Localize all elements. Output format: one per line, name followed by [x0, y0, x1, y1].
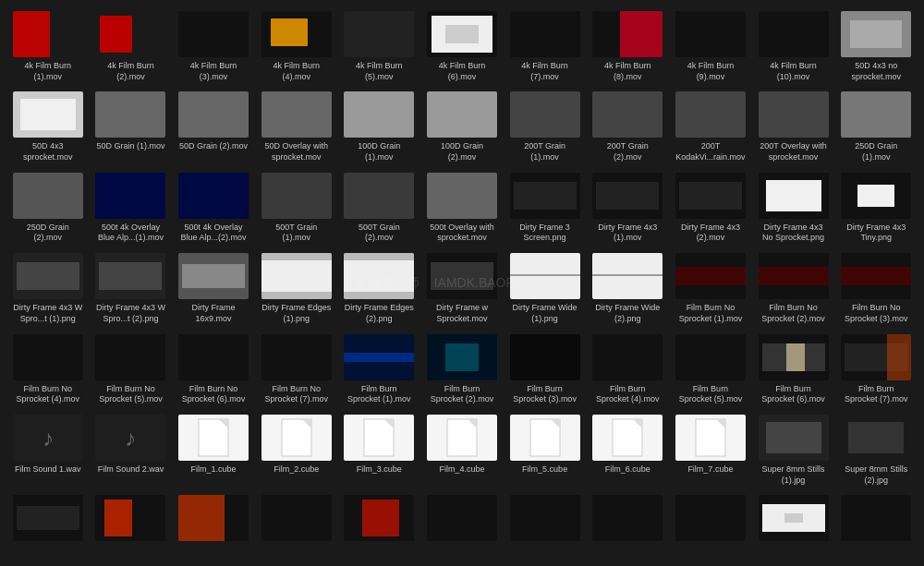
file-item-1[interactable]: 4k Film Burn (1).mov: [7, 7, 89, 86]
file-item-73[interactable]: [505, 491, 586, 548]
file-label: 500t Overlay with sprocket.mov: [427, 223, 497, 244]
file-item-54[interactable]: Film Burn Sprocket (6).mov: [753, 331, 834, 409]
file-item-60[interactable]: Film_3.cube: [339, 411, 420, 489]
file-item-48[interactable]: Film Burn No Sprocket (7).mov: [256, 331, 337, 409]
file-item-15[interactable]: 50D Overlay with sprocket.mov: [256, 88, 337, 166]
file-item-21[interactable]: 200T Overlay with sprocket.mov: [753, 88, 834, 166]
file-item-52[interactable]: Film Burn Sprocket (4).mov: [587, 331, 668, 409]
file-item-30[interactable]: Dirty Frame 4x3 (1).mov: [587, 169, 668, 247]
file-item-9[interactable]: 4k Film Burn (9).mov: [670, 7, 751, 86]
file-item-57[interactable]: ♪Film Sound 2.wav: [91, 411, 172, 489]
file-label: Dirty Frame 4x3 (2).mov: [675, 223, 746, 244]
file-item-37[interactable]: Dirty Frame Edges (1).png: [256, 249, 337, 328]
file-thumbnail: [178, 415, 249, 461]
file-item-8[interactable]: 4k Film Burn (8).mov: [587, 7, 668, 86]
file-item-45[interactable]: Film Burn No Sprocket (4).mov: [7, 331, 89, 409]
file-item-18[interactable]: 200T Grain (1).mov: [505, 88, 586, 166]
file-item-43[interactable]: Film Burn No Sprocket (2).mov: [753, 249, 834, 328]
file-item-20[interactable]: 200T KodakVi...rain.mov: [670, 88, 751, 166]
file-item-49[interactable]: Film Burn Sprocket (1).mov: [339, 331, 420, 409]
svg-rect-27: [675, 91, 746, 138]
file-item-56[interactable]: ♪Film Sound 1.wav: [7, 411, 89, 489]
file-item-46[interactable]: Film Burn No Sprocket (5).mov: [91, 331, 172, 409]
file-item-50[interactable]: Film Burn Sprocket (2).mov: [421, 331, 503, 409]
file-item-75[interactable]: [670, 491, 751, 548]
file-item-74[interactable]: [587, 491, 668, 548]
file-item-25[interactable]: 500t 4k Overlay Blue Alp...(2).mov: [173, 169, 254, 247]
svg-rect-171: [530, 419, 560, 456]
file-thumbnail: [510, 91, 580, 138]
file-item-17[interactable]: 100D Grain (2).mov: [421, 88, 503, 166]
svg-rect-3: [100, 16, 132, 53]
file-item-42[interactable]: Film Burn No Sprocket (1).mov: [670, 249, 751, 328]
file-item-65[interactable]: Super 8mm Stills (1).jpg: [753, 411, 834, 489]
file-item-34[interactable]: Dirty Frame 4x3 W Spro...t (1).png: [7, 249, 89, 328]
file-item-68[interactable]: [91, 491, 172, 548]
file-item-41[interactable]: Dirty Frame Wide (2).png: [587, 249, 668, 328]
file-item-26[interactable]: 500T Grain (1).mov: [256, 169, 337, 247]
file-item-11[interactable]: 50D 4x3 no sprocket.mov: [835, 7, 917, 86]
file-item-71[interactable]: [339, 491, 420, 548]
file-item-63[interactable]: Film_6.cube: [587, 411, 668, 489]
svg-rect-13: [620, 11, 663, 57]
file-item-31[interactable]: Dirty Frame 4x3 (2).mov: [670, 169, 751, 247]
file-thumbnail: [427, 173, 497, 219]
file-item-58[interactable]: Film_1.cube: [173, 411, 254, 489]
file-item-70[interactable]: [256, 491, 337, 548]
file-label: 4k Film Burn (3).mov: [178, 61, 249, 82]
file-item-44[interactable]: Film Burn No Sprocket (3).mov: [835, 249, 917, 328]
svg-rect-26: [592, 91, 663, 138]
file-item-35[interactable]: Dirty Frame 4x3 W Spro...t (2).png: [91, 249, 172, 328]
svg-rect-197: [261, 495, 332, 541]
file-label: 250D Grain (1).mov: [841, 141, 911, 163]
svg-rect-14: [675, 11, 746, 57]
file-item-53[interactable]: Film Burn Sprocket (5).mov: [670, 331, 751, 409]
svg-rect-207: [841, 495, 911, 541]
file-item-23[interactable]: 250D Grain (2).mov: [7, 169, 89, 247]
file-item-7[interactable]: 4k Film Burn (7).mov: [505, 7, 586, 86]
file-item-40[interactable]: Dirty Frame Wide (1).png: [505, 249, 586, 328]
file-item-62[interactable]: Film_5.cube: [505, 411, 586, 489]
file-item-47[interactable]: Film Burn No Sprocket (6).mov: [173, 331, 254, 409]
file-item-59[interactable]: Film_2.cube: [256, 411, 337, 489]
svg-rect-162: [282, 419, 311, 456]
file-item-28[interactable]: 500t Overlay with sprocket.mov: [421, 169, 503, 247]
file-item-13[interactable]: 50D Grain (1).mov: [91, 88, 172, 166]
file-item-12[interactable]: 50D 4x3 sprocket.mov: [7, 88, 89, 166]
svg-rect-17: [850, 20, 902, 48]
file-item-38[interactable]: Dirty Frame Edges (2).png: [339, 249, 420, 328]
file-item-3[interactable]: 4k Film Burn (3).mov: [173, 7, 254, 86]
file-item-67[interactable]: [7, 491, 89, 548]
file-item-24[interactable]: 500t 4k Overlay Blue Alp...(1).mov: [91, 169, 172, 247]
file-item-2[interactable]: 4k Film Burn (2).mov: [91, 7, 172, 86]
file-thumbnail: [592, 173, 663, 219]
file-item-69[interactable]: [173, 491, 254, 548]
file-item-64[interactable]: Film_7.cube: [670, 411, 751, 489]
file-item-33[interactable]: Dirty Frame 4x3 Tiny.png: [835, 169, 917, 247]
file-item-77[interactable]: [835, 491, 917, 548]
file-item-51[interactable]: Film Burn Sprocket (3).mov: [505, 331, 586, 409]
svg-rect-194: [104, 500, 132, 536]
file-item-10[interactable]: 4k Film Burn (10).mov: [753, 7, 834, 86]
file-item-55[interactable]: Film Burn Sprocket (7).mov: [835, 331, 917, 409]
file-item-19[interactable]: 200T Grain (2).mov: [587, 88, 668, 166]
file-item-6[interactable]: 4k Film Burn (6).mov: [421, 7, 503, 86]
file-item-29[interactable]: Dirty Frame 3 Screen.png: [505, 169, 586, 247]
file-item-22[interactable]: 250D Grain (1).mov: [835, 88, 917, 166]
file-item-4[interactable]: 4k Film Burn (4).mov: [256, 7, 337, 86]
file-item-39[interactable]: Dirty Frame w Sprocket.mov: [421, 249, 503, 328]
file-item-76[interactable]: [753, 491, 834, 548]
file-item-61[interactable]: Film_4.cube: [421, 411, 503, 489]
file-item-32[interactable]: Dirty Frame 4x3 No Sprocket.png: [753, 169, 834, 247]
file-thumbnail: [261, 11, 332, 57]
file-item-16[interactable]: 100D Grain (1).mov: [339, 88, 420, 166]
file-label: 500T Grain (1).mov: [261, 223, 332, 244]
file-item-27[interactable]: 500T Grain (2).mov: [339, 169, 420, 247]
file-item-5[interactable]: 4k Film Burn (5).mov: [339, 7, 420, 86]
file-item-36[interactable]: Dirty Frame 16x9.mov: [173, 249, 254, 328]
file-thumbnail: [510, 415, 580, 461]
file-item-66[interactable]: Super 8mm Stills (2).jpg: [835, 411, 917, 489]
file-item-72[interactable]: [421, 491, 503, 548]
svg-rect-130: [592, 274, 663, 276]
file-item-14[interactable]: 50D Grain (2).mov: [173, 88, 254, 166]
